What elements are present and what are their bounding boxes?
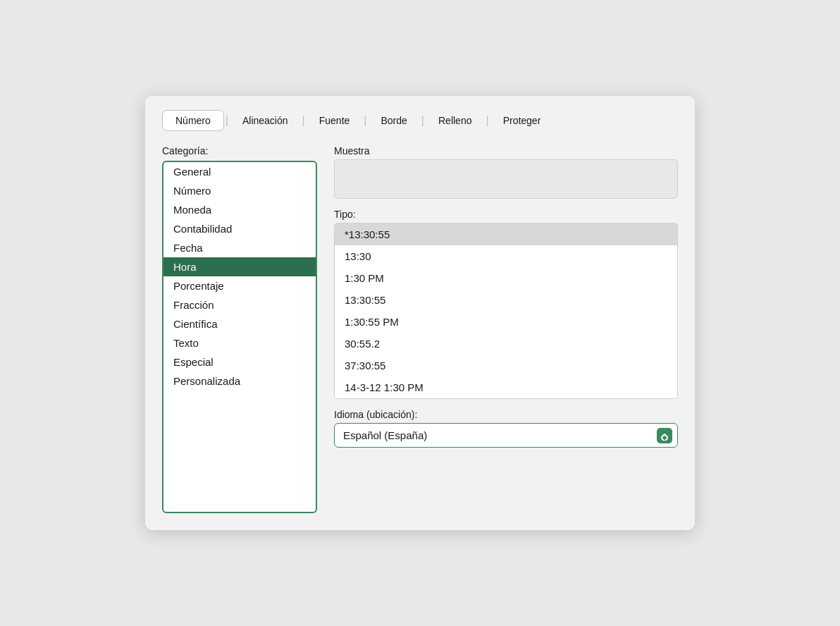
category-item-hora[interactable]: Hora [163,257,316,276]
tab-divider-2: | [301,114,307,127]
content-area: Categoría: General Número Moneda Contabi… [162,145,678,513]
category-item-moneda[interactable]: Moneda [163,200,316,219]
tab-borde[interactable]: Borde [368,111,419,130]
tipo-label: Tipo: [334,209,678,220]
idioma-select[interactable]: Español (España) [334,423,678,448]
tipo-item-0[interactable]: *13:30:55 [335,223,677,245]
muestra-box [334,159,678,199]
tipo-item-7[interactable]: 14-3-12 1:30 PM [335,376,677,398]
category-item-personalizada[interactable]: Personalizada [163,372,316,391]
tab-divider-5: | [484,114,490,127]
left-column: Categoría: General Número Moneda Contabi… [162,145,317,513]
tipo-list: *13:30:55 13:30 1:30 PM 13:30:55 1:30:55… [334,223,678,399]
category-item-fecha[interactable]: Fecha [163,238,316,257]
category-item-numero[interactable]: Número [163,181,316,200]
category-item-cientifica[interactable]: Científica [163,314,316,333]
tipo-section: Tipo: *13:30:55 13:30 1:30 PM 13:30:55 1… [334,209,678,399]
tipo-item-2[interactable]: 1:30 PM [335,267,677,289]
right-column: Muestra Tipo: *13:30:55 13:30 1:30 PM 13… [334,145,678,513]
tabs-bar: Número | Alineación | Fuente | Borde | R… [162,110,678,131]
tipo-item-6[interactable]: 37:30:55 [335,355,677,376]
tipo-item-4[interactable]: 1:30:55 PM [335,311,677,333]
tab-alineacion[interactable]: Alineación [230,111,301,130]
tab-relleno[interactable]: Relleno [426,111,484,130]
category-list: General Número Moneda Contabilidad Fecha… [162,161,317,513]
tipo-item-5[interactable]: 30:55.2 [335,333,677,355]
tab-numero[interactable]: Número [162,110,224,131]
idioma-select-wrapper: Español (España) [334,423,678,448]
format-cells-dialog: Número | Alineación | Fuente | Borde | R… [145,96,695,530]
category-item-contabilidad[interactable]: Contabilidad [163,219,316,238]
category-label: Categoría: [162,145,317,156]
tab-proteger[interactable]: Proteger [490,111,554,130]
category-item-fraccion[interactable]: Fracción [163,295,316,314]
tipo-item-3[interactable]: 13:30:55 [335,289,677,311]
tab-divider-4: | [420,114,426,127]
tab-divider-3: | [362,114,368,127]
tipo-item-1[interactable]: 13:30 [335,245,677,267]
tab-divider-1: | [224,114,230,127]
category-item-general[interactable]: General [163,162,316,181]
category-item-especial[interactable]: Especial [163,352,316,372]
idioma-section: Idioma (ubicación): Español (España) [334,409,678,448]
muestra-section: Muestra [334,145,678,199]
muestra-label: Muestra [334,145,678,156]
idioma-label: Idioma (ubicación): [334,409,678,420]
category-item-porcentaje[interactable]: Porcentaje [163,276,316,295]
tab-fuente[interactable]: Fuente [307,111,363,130]
category-item-texto[interactable]: Texto [163,333,316,352]
